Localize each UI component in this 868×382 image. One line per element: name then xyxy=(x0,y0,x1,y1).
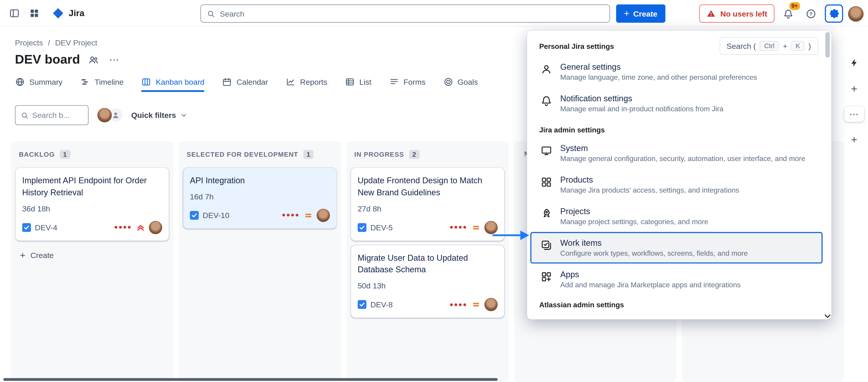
table-icon xyxy=(345,77,355,87)
settings-menu-item-system[interactable]: System Manage general configuration, sec… xyxy=(535,137,818,169)
app-switcher-icon xyxy=(29,8,40,19)
dropdown-scrollbar[interactable] xyxy=(825,32,830,318)
task-type-icon xyxy=(190,211,199,220)
add-column-button[interactable]: + xyxy=(846,80,863,97)
section-heading-jira-admin: Jira admin settings xyxy=(535,119,818,137)
task-type-icon xyxy=(358,223,367,232)
tab-label: List xyxy=(359,77,371,86)
board-search[interactable] xyxy=(15,105,89,125)
menu-item-title: General settings xyxy=(560,62,757,71)
user-avatar[interactable] xyxy=(848,6,864,21)
board-filter-bar: Quick filters xyxy=(15,105,188,125)
column-name: BACKLOG xyxy=(19,151,55,158)
settings-menu-item-projects[interactable]: Projects Manage project settings, catego… xyxy=(535,200,818,232)
assignee-avatar[interactable] xyxy=(96,107,113,123)
settings-menu-item-general-settings[interactable]: General settings Manage language, time z… xyxy=(535,56,818,88)
automation-button[interactable] xyxy=(846,54,863,71)
create-button-label: Create xyxy=(633,9,657,18)
board-card[interactable]: Update Frontend Design to Match New Bran… xyxy=(351,168,504,241)
quick-filters-dropdown[interactable]: Quick filters xyxy=(131,111,188,120)
jira-brand[interactable]: Jira xyxy=(52,7,85,20)
column-more-button[interactable]: ⋯ xyxy=(844,106,864,122)
horizontal-scrollbar[interactable] xyxy=(3,378,498,381)
settings-search-shortcut[interactable]: Search ( Ctrl + K ) xyxy=(719,37,818,55)
board-search-input[interactable] xyxy=(32,111,76,120)
plus-icon: + xyxy=(851,133,857,146)
settings-menu-item-products[interactable]: Products Manage Jira products' access, s… xyxy=(535,169,818,200)
help-button[interactable]: ? xyxy=(802,5,820,23)
column-backlog: BACKLOG 1 Implement API Endpoint for Ord… xyxy=(11,141,173,382)
calendar-icon xyxy=(222,77,232,87)
sidebar-toggle-button[interactable] xyxy=(5,4,23,22)
tab-goals[interactable]: Goals xyxy=(443,77,478,92)
shortcut-plus: + xyxy=(783,41,787,51)
jira-logo-icon xyxy=(52,7,64,20)
column-name: SELECTED FOR DEVELOPMENT xyxy=(186,151,298,158)
gear-icon xyxy=(829,8,840,19)
column-count: 1 xyxy=(303,150,314,159)
breadcrumb: Projects / DEV Project xyxy=(15,38,97,47)
card-title: Implement API Endpoint for Order History… xyxy=(22,174,155,198)
tab-timeline[interactable]: Timeline xyxy=(80,77,124,92)
assignee-avatar[interactable] xyxy=(485,298,498,311)
settings-dropdown: Personal Jira settings Search ( Ctrl + K… xyxy=(527,30,832,319)
tab-forms[interactable]: Forms xyxy=(389,77,425,92)
column-count: 1 xyxy=(60,150,70,159)
no-users-left-button[interactable]: No users left xyxy=(699,4,774,23)
priority-medium-icon xyxy=(472,223,480,232)
task-type-icon xyxy=(22,223,31,232)
scroll-down-icon[interactable] xyxy=(823,312,832,320)
global-search[interactable] xyxy=(200,4,610,23)
column-create-button[interactable]: + Create xyxy=(16,245,169,265)
apps-icon xyxy=(540,271,553,283)
board-icon xyxy=(141,77,151,87)
board-more-button[interactable]: ⋯ xyxy=(106,52,122,67)
svg-text:?: ? xyxy=(809,11,813,17)
tab-reports[interactable]: Reports xyxy=(286,77,327,92)
form-icon xyxy=(389,77,399,87)
settings-menu-item-work-items[interactable]: Work items Configure work types, workflo… xyxy=(530,232,823,263)
status-dots xyxy=(282,214,299,217)
tab-summary[interactable]: Summary xyxy=(15,77,62,92)
tab-label: Summary xyxy=(29,77,62,86)
menu-item-title: Work items xyxy=(560,238,748,247)
column-count: 2 xyxy=(409,150,420,159)
settings-menu-item-notification-settings[interactable]: Notification settings Manage email and i… xyxy=(535,88,818,119)
more-icon: ⋯ xyxy=(849,108,859,120)
warning-icon xyxy=(707,9,716,18)
plus-icon: + xyxy=(851,82,857,95)
board-people-button[interactable] xyxy=(86,52,101,67)
assignee-avatar[interactable] xyxy=(485,221,498,234)
app-switcher-button[interactable] xyxy=(25,4,43,22)
scrollbar-thumb[interactable] xyxy=(825,32,830,58)
page-title: DEV board xyxy=(15,52,80,67)
create-button[interactable]: + Create xyxy=(616,4,665,23)
assignee-avatar[interactable] xyxy=(149,221,162,234)
tab-list[interactable]: List xyxy=(345,77,372,92)
assignee-avatar[interactable] xyxy=(317,209,330,222)
settings-menu-item-apps[interactable]: Apps Add and manage Jira Marketplace app… xyxy=(535,263,818,295)
tab-label: Forms xyxy=(404,77,426,86)
person-icon xyxy=(540,63,553,75)
breadcrumb-projects-link[interactable]: Projects xyxy=(15,38,43,47)
people-icon xyxy=(88,54,99,65)
monitor-icon xyxy=(540,145,553,157)
board-card[interactable]: Implement API Endpoint for Order History… xyxy=(16,168,169,241)
tab-kanban-board[interactable]: Kanban board xyxy=(141,77,205,92)
chevron-down-icon xyxy=(180,111,188,119)
column-selected-for-development: SELECTED FOR DEVELOPMENT 1 API Integrati… xyxy=(179,141,341,382)
status-dots xyxy=(450,303,466,306)
keycap-k: K xyxy=(791,41,805,51)
menu-item-description: Manage email and in-product notification… xyxy=(560,105,723,113)
menu-item-title: System xyxy=(560,143,805,153)
app-name: Jira xyxy=(69,8,84,19)
work-items-icon xyxy=(540,239,553,251)
board-card[interactable]: Migrate User Data to Updated Database Sc… xyxy=(351,245,504,318)
tab-calendar[interactable]: Calendar xyxy=(222,77,268,92)
breadcrumb-project-link[interactable]: DEV Project xyxy=(55,38,97,47)
global-search-input[interactable] xyxy=(220,9,604,18)
settings-button[interactable] xyxy=(825,4,843,23)
add-card-button[interactable]: + xyxy=(846,131,863,148)
board-card[interactable]: API Integration 16d 7h DEV-10 xyxy=(183,168,337,229)
card-estimate: 36d 18h xyxy=(22,204,162,213)
